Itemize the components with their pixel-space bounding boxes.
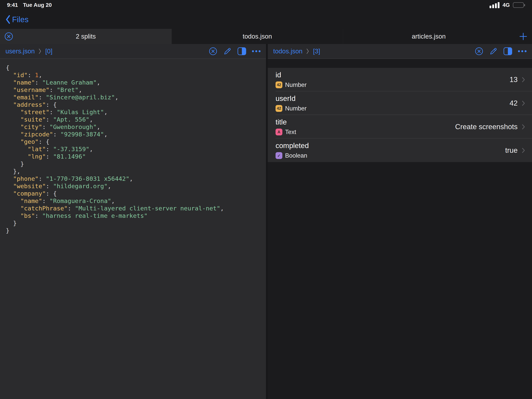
code-line: "catchPhrase": "Multi-layered client-ser… bbox=[6, 205, 264, 212]
tab-label: todos.json bbox=[243, 33, 272, 40]
breadcrumb: todos.json [3] bbox=[273, 48, 320, 55]
status-time: 9:41 bbox=[7, 2, 18, 8]
code-line: "suite": "Apt. 556", bbox=[6, 116, 264, 123]
disclosure-chevron-icon bbox=[521, 76, 525, 83]
chevron-left-icon bbox=[5, 15, 11, 24]
split-view-button[interactable] bbox=[504, 47, 512, 55]
item-value: Create screenshots bbox=[455, 123, 518, 131]
item-type-label: Boolean bbox=[285, 152, 307, 159]
more-ellipsis-icon bbox=[518, 50, 526, 52]
list-item[interactable]: completed ✓ Boolean true bbox=[268, 139, 532, 162]
more-button[interactable] bbox=[518, 50, 526, 52]
status-bar: 9:41 Tue Aug 20 4G bbox=[0, 0, 532, 10]
code-line: "zipcode": "92998-3874", bbox=[6, 130, 264, 138]
tab-articles-json[interactable]: articles.json bbox=[343, 29, 514, 44]
code-line: "bs": "harness real-time e-markets" bbox=[6, 212, 264, 219]
pane-divider[interactable] bbox=[266, 44, 268, 399]
signal-bars-icon bbox=[489, 2, 500, 8]
item-type-label: Number bbox=[285, 105, 306, 112]
item-key: title bbox=[276, 118, 296, 126]
code-line: "username": "Bret", bbox=[6, 86, 264, 94]
back-button[interactable]: Files bbox=[5, 15, 28, 24]
disclosure-chevron-icon bbox=[521, 123, 525, 130]
item-key: userId bbox=[276, 95, 306, 103]
code-line: } bbox=[6, 227, 264, 234]
tab-label: articles.json bbox=[412, 33, 446, 40]
tab-label: 2 splits bbox=[76, 33, 96, 40]
chevron-right-icon bbox=[38, 48, 42, 55]
item-value: true bbox=[505, 146, 518, 154]
edit-button[interactable] bbox=[223, 47, 232, 56]
list-item[interactable]: title A Text Create screenshots bbox=[268, 115, 532, 139]
tab-close-button[interactable] bbox=[4, 32, 13, 41]
more-button[interactable] bbox=[252, 50, 260, 52]
network-type: 4G bbox=[503, 2, 510, 8]
code-line: "lng": "81.1496" bbox=[6, 153, 264, 160]
code-line: "id": 1, bbox=[6, 71, 264, 79]
close-pane-button[interactable] bbox=[475, 47, 483, 56]
disclosure-chevron-icon bbox=[521, 147, 525, 154]
type-badge-icon: 42 bbox=[276, 105, 282, 112]
new-tab-button[interactable] bbox=[514, 29, 532, 44]
more-ellipsis-icon bbox=[252, 50, 260, 52]
tab-2-splits[interactable]: 2 splits bbox=[0, 29, 171, 44]
item-type-label: Text bbox=[285, 129, 296, 135]
code-line: } bbox=[6, 219, 264, 227]
battery-icon bbox=[513, 2, 525, 8]
split-view-icon bbox=[504, 47, 512, 55]
right-pane-header: todos.json [3] bbox=[268, 44, 532, 59]
right-pane: todos.json [3] bbox=[268, 44, 532, 399]
breadcrumb-index[interactable]: [3] bbox=[313, 48, 320, 55]
plus-icon bbox=[519, 32, 528, 41]
code-line: "company": { bbox=[6, 190, 264, 197]
code-line: "name": "Romaguera-Crona", bbox=[6, 197, 264, 205]
item-key: id bbox=[276, 71, 306, 79]
item-value: 42 bbox=[510, 99, 518, 107]
code-line: "address": { bbox=[6, 101, 264, 108]
breadcrumb-file[interactable]: todos.json bbox=[273, 48, 302, 55]
breadcrumb: users.json [0] bbox=[6, 48, 52, 55]
chevron-right-icon bbox=[305, 48, 310, 55]
code-line: "street": "Kulas Light", bbox=[6, 108, 264, 116]
split-view-button[interactable] bbox=[238, 47, 246, 55]
type-badge-icon: A bbox=[276, 129, 282, 135]
breadcrumb-index[interactable]: [0] bbox=[45, 48, 52, 55]
tab-bar: 2 splits todos.json articles.json bbox=[0, 29, 532, 44]
close-circle-icon bbox=[4, 32, 13, 41]
edit-button[interactable] bbox=[489, 47, 498, 56]
status-date: Tue Aug 20 bbox=[23, 2, 52, 8]
close-pane-button[interactable] bbox=[209, 47, 217, 56]
item-type-label: Number bbox=[285, 81, 306, 89]
nav-bar: Files bbox=[0, 10, 532, 29]
edit-pencil-icon bbox=[223, 47, 232, 56]
left-pane: users.json [0] bbox=[0, 44, 266, 399]
item-key: completed bbox=[276, 142, 309, 150]
code-line: } bbox=[6, 160, 264, 167]
close-circle-icon bbox=[475, 47, 483, 56]
item-value: 13 bbox=[510, 76, 518, 84]
code-line: "geo": { bbox=[6, 138, 264, 145]
code-line: }, bbox=[6, 167, 264, 175]
code-line: "phone": "1-770-736-8031 x56442", bbox=[6, 175, 264, 182]
left-pane-header: users.json [0] bbox=[0, 44, 266, 59]
list-top-gap bbox=[268, 59, 532, 68]
code-line: "lat": "-37.3159", bbox=[6, 145, 264, 153]
key-value-list: id 42 Number 13 userId 42 Number 42 bbox=[268, 68, 532, 162]
tab-todos-json[interactable]: todos.json bbox=[171, 29, 343, 44]
code-line: "city": "Gwenborough", bbox=[6, 123, 264, 130]
type-badge-icon: 42 bbox=[276, 81, 282, 88]
breadcrumb-file[interactable]: users.json bbox=[6, 48, 35, 55]
edit-pencil-icon bbox=[489, 47, 498, 56]
list-item[interactable]: userId 42 Number 42 bbox=[268, 91, 532, 115]
split-view: users.json [0] bbox=[0, 44, 532, 399]
disclosure-chevron-icon bbox=[521, 100, 525, 107]
list-item[interactable]: id 42 Number 13 bbox=[268, 68, 532, 91]
type-badge-icon: ✓ bbox=[276, 152, 282, 159]
code-line: "email": "Sincere@april.biz", bbox=[6, 94, 264, 101]
code-line: { bbox=[6, 64, 264, 71]
code-line: "name": "Leanne Graham", bbox=[6, 79, 264, 86]
code-line: "website": "hildegard.org", bbox=[6, 182, 264, 190]
close-circle-icon bbox=[209, 47, 217, 56]
json-code-editor[interactable]: { "id": 1, "name": "Leanne Graham", "use… bbox=[0, 59, 266, 399]
back-button-label: Files bbox=[12, 15, 28, 24]
